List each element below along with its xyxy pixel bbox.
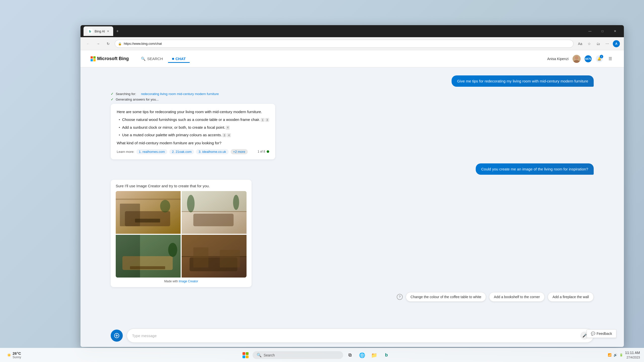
url-bar[interactable]: 🔒 https://www.bing.com/chat <box>115 40 574 48</box>
edge-browser-icon[interactable]: 🌐 <box>357 350 367 360</box>
active-tab[interactable]: b Bing AI ✕ <box>84 26 113 36</box>
title-bar: b Bing AI ✕ + — □ ✕ <box>80 25 624 37</box>
svg-point-7 <box>160 200 170 212</box>
sure-text: Sure I'll use Image Creator and try to c… <box>116 184 242 188</box>
generated-image-2[interactable] <box>182 191 247 234</box>
minimize-button[interactable]: — <box>584 27 596 35</box>
task-view-icon: ⧉ <box>348 352 352 358</box>
svg-point-18 <box>168 243 177 257</box>
task-view-button[interactable]: ⧉ <box>345 350 355 360</box>
bullet-item-2: • Add a sunburst clock or mirror, or bot… <box>119 125 269 130</box>
profile-icon[interactable]: A <box>613 40 620 47</box>
generated-image-4[interactable] <box>182 235 247 278</box>
nav-chat[interactable]: CHAT <box>168 55 190 63</box>
search-nav-label: SEARCH <box>147 57 163 61</box>
bing-logo[interactable]: Microsoft Bing <box>91 56 129 61</box>
image-creator-link[interactable]: Image Creator <box>179 280 198 283</box>
learn-link-more[interactable]: +2 more <box>231 149 248 154</box>
clock-widget[interactable]: 11:11 AM 27/4/2023 <box>625 350 640 359</box>
volume-icon[interactable]: 🔊 <box>614 353 617 357</box>
made-with-text: Made with Image Creator <box>116 280 247 283</box>
taskbar-search-icon: 🔍 <box>257 353 262 357</box>
learn-link-2[interactable]: 2. 21oak.com <box>169 149 194 154</box>
refresh-button[interactable]: ↻ <box>105 40 112 47</box>
rewards-icon[interactable]: 4475 <box>585 55 592 62</box>
back-button[interactable]: ← <box>85 40 92 47</box>
bot-question: What kind of mid-century modern furnitur… <box>117 140 269 146</box>
svg-rect-25 <box>220 250 240 267</box>
suggestions-row: ? Change the colour of the coffee table … <box>111 292 594 302</box>
more-tools-icon[interactable]: ⋯ <box>604 40 611 47</box>
window-controls: — □ ✕ <box>584 27 621 35</box>
network-icon[interactable]: 📶 <box>608 353 612 357</box>
taskbar-left: ☀️ 26°C Sunny <box>4 351 24 359</box>
svg-point-0 <box>575 56 578 60</box>
chat-nav-label: CHAT <box>176 57 186 61</box>
win-tile-red <box>243 352 245 355</box>
bullet-text-3: Use a muted colour palette with primary … <box>122 132 231 138</box>
svg-rect-24 <box>193 247 209 267</box>
feedback-icon: 💬 <box>591 332 595 336</box>
win-tile-yellow <box>246 355 249 358</box>
browser-window: b Bing AI ✕ + — □ ✕ ← → ↻ 🔒 https://www.… <box>80 25 624 347</box>
system-tray: 📶 🔊 🔋 <box>608 353 623 357</box>
user-avatar[interactable] <box>573 55 581 63</box>
learn-more-section: Learn more: 1. realhomes.com 2. 21oak.co… <box>117 149 269 154</box>
weather-widget[interactable]: ☀️ 26°C Sunny <box>4 351 24 359</box>
microsoft-logo <box>91 56 96 61</box>
generating-line: ✓ Generating answers for you... <box>111 97 594 101</box>
check-icon-2: ✓ <box>111 97 114 101</box>
tab-label: Bing AI <box>95 29 105 33</box>
help-icon[interactable]: ? <box>397 294 403 300</box>
tab-favicon: b <box>88 29 93 34</box>
suggestion-chip-1[interactable]: Change the colour of the coffee table to… <box>406 292 486 302</box>
close-button[interactable]: ✕ <box>609 27 621 35</box>
rewards-score: 4475 <box>585 57 591 60</box>
read-mode-icon[interactable]: Aa <box>577 40 584 47</box>
nav-search[interactable]: 🔍 SEARCH <box>137 55 167 63</box>
weather-status: Sunny <box>13 355 21 359</box>
bing-taskbar-icon[interactable]: b <box>381 350 391 360</box>
learn-link-1[interactable]: 1. realhomes.com <box>136 149 167 154</box>
suggestion-chip-2[interactable]: Add a bookshelf to the corner <box>489 292 545 302</box>
svg-rect-4 <box>120 204 140 226</box>
suggestion-chip-3[interactable]: Add a fireplace the wall <box>548 292 594 302</box>
page-content: Microsoft Bing 🔍 SEARCH CHAT Anisa Kipen… <box>80 50 624 347</box>
maximize-button[interactable]: □ <box>597 27 608 35</box>
collection-icon[interactable]: 🗂 <box>595 40 602 47</box>
forward-button[interactable]: → <box>95 40 102 47</box>
user-name: Anisa Kipenzi <box>547 57 569 61</box>
generated-image-1[interactable] <box>116 191 181 234</box>
svg-point-1 <box>573 60 580 63</box>
bot-message-1: Here are some tips for redecorating your… <box>111 104 275 159</box>
message-placeholder: Type message <box>132 334 577 338</box>
taskbar-search[interactable]: 🔍 Search <box>253 351 343 359</box>
generated-image-3[interactable] <box>116 235 181 278</box>
learn-label: Learn more: <box>117 150 134 154</box>
start-button[interactable] <box>240 350 251 360</box>
favorites-icon[interactable]: ☆ <box>586 40 593 47</box>
tab-bar: b Bing AI ✕ + <box>84 26 582 36</box>
explorer-icon[interactable]: 📁 <box>369 350 379 360</box>
bullet-dot-1: • <box>119 117 120 123</box>
bullet-dot-2: • <box>119 125 120 130</box>
feedback-button[interactable]: 💬 Feedback <box>587 329 616 338</box>
new-tab-button[interactable]: + <box>114 28 120 34</box>
battery-icon[interactable]: 🔋 <box>619 353 623 357</box>
chat-container[interactable]: Give me tips for redecorating my living … <box>80 67 624 324</box>
new-chat-button[interactable] <box>111 330 123 342</box>
image-grid <box>116 191 247 278</box>
bing-b-icon: b <box>385 352 388 358</box>
taskbar-center: 🔍 Search ⧉ 🌐 📁 b <box>26 350 606 360</box>
taskbar: ☀️ 26°C Sunny 🔍 Search ⧉ 🌐 📁 <box>0 348 644 362</box>
hamburger-menu-icon[interactable]: ☰ <box>607 55 614 62</box>
tab-close-button[interactable]: ✕ <box>107 30 109 33</box>
notification-badge: 1 <box>600 55 603 58</box>
weather-temperature: 26°C <box>13 351 21 355</box>
folder-icon: 📁 <box>371 352 377 358</box>
message-input[interactable]: Type message 🎤 <box>127 329 594 343</box>
status-dot <box>267 150 269 153</box>
user-message-1: Give me tips for redecorating my living … <box>452 75 594 87</box>
learn-link-3[interactable]: 3. idealhome.co.uk <box>196 149 228 154</box>
notifications-icon[interactable]: 🔔 1 <box>596 55 603 62</box>
